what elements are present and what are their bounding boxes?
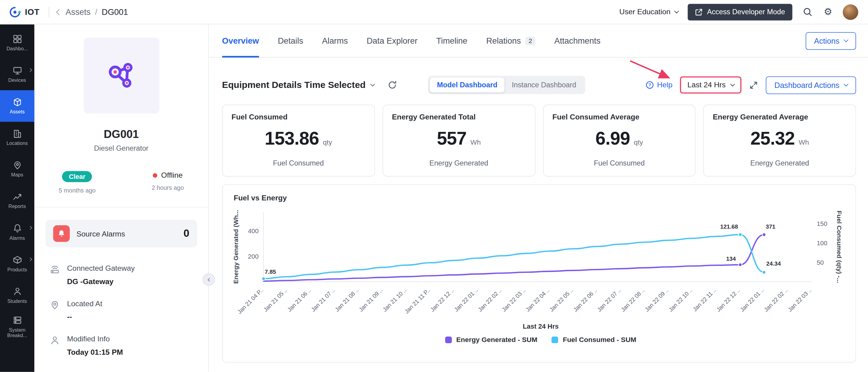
sidebar-item-locations[interactable]: Locations [0, 122, 34, 153]
tab-alarms[interactable]: Alarms [322, 24, 348, 57]
legend-energy-generated[interactable]: Energy Generated - SUM [445, 336, 537, 344]
breadcrumb-assets-link[interactable]: Assets [65, 7, 90, 17]
tab-data-explorer[interactable]: Data Explorer [367, 24, 417, 57]
svg-text:Jan 22 07 ..: Jan 22 07 .. [596, 287, 622, 313]
sidebar-item-maps[interactable]: Maps [0, 153, 34, 185]
access-developer-mode-button[interactable]: Access Developer Mode [687, 4, 792, 20]
svg-text:?: ? [648, 82, 651, 87]
logo-text: IOT [25, 7, 39, 17]
info-value: Today 01:15 PM [67, 348, 123, 356]
kpi-caption: Fuel Consumed [231, 159, 365, 167]
svg-text:200: 200 [248, 253, 259, 260]
info-label: Modified Info [67, 335, 123, 343]
chevron-left-icon [56, 9, 62, 15]
svg-text:Jan 22 03 ..: Jan 22 03 .. [501, 287, 527, 313]
sidebar-item-assets[interactable]: Assets [0, 90, 34, 122]
info-row-gateway: Connected Gateway DG -Gateway [50, 264, 197, 286]
tab-timeline[interactable]: Timeline [436, 24, 467, 57]
sidebar-item-label: Products [7, 267, 27, 273]
segment-instance-dashboard[interactable]: Instance Dashboard [505, 78, 584, 92]
kpi-unit: Wh [470, 138, 481, 146]
svg-text:50: 50 [817, 259, 824, 266]
svg-text:Jan 21 11 P..: Jan 21 11 P.. [403, 287, 431, 315]
kpi-row: Fuel Consumed 153.86qty Fuel Consumed En… [222, 104, 856, 177]
asset-status-row: Clear 5 months ago Offline 2 hours ago [45, 171, 197, 194]
sidebar-item-system-breakdown[interactable]: System Breakd... [0, 311, 34, 343]
refresh-icon [388, 80, 397, 90]
tab-relations[interactable]: Relations2 [486, 24, 535, 57]
help-link[interactable]: ? Help [645, 81, 672, 89]
kpi-value: 25.32 [750, 128, 795, 149]
tab-label: Data Explorer [367, 36, 417, 45]
sidebar-item-label: Locations [6, 141, 28, 146]
gear-icon: ⚙ [824, 7, 832, 17]
alarm-status-time: 5 months ago [59, 187, 96, 194]
sidebar-item-label: Devices [8, 77, 26, 83]
app-logo[interactable]: IOT [9, 6, 39, 18]
chevron-down-icon [731, 82, 735, 86]
tab-details[interactable]: Details [278, 24, 303, 57]
kpi-unit: Wh [799, 138, 809, 146]
tab-label: Timeline [436, 36, 467, 45]
dashboard-actions-label: Dashboard Actions [774, 81, 839, 89]
chevron-down-icon[interactable] [370, 82, 375, 86]
connectivity-status: Offline 2 hours ago [152, 171, 184, 194]
sidebar-item-devices[interactable]: Devices [0, 59, 34, 90]
svg-text:400: 400 [248, 227, 259, 235]
tabs-row: Overview Details Alarms Data Explorer Ti… [209, 24, 868, 58]
time-range-selector[interactable]: Last 24 Hrs [680, 76, 742, 94]
fuel-vs-energy-chart[interactable]: 20040050100150Energy Generated (Wh...Fue… [231, 204, 846, 322]
kpi-unit: qty [634, 138, 643, 146]
tab-label: Attachments [554, 36, 600, 45]
kpi-title: Energy Generated Average [713, 113, 846, 121]
chevron-down-icon [674, 9, 679, 13]
sidebar-item-alarms[interactable]: Alarms [0, 216, 34, 248]
tab-attachments[interactable]: Attachments [554, 24, 600, 57]
alarm-bell-icon [57, 229, 66, 238]
divider [49, 6, 49, 18]
svg-text:Jan 21 04 P..: Jan 21 04 P.. [236, 287, 265, 315]
svg-text:Jan 22 05 ..: Jan 22 05 .. [548, 287, 575, 313]
legend-swatch-fuel [552, 337, 558, 343]
dashboard-actions-button[interactable]: Dashboard Actions [766, 76, 856, 94]
org-selector-label: User Education [619, 8, 671, 16]
settings-button[interactable]: ⚙ [823, 6, 833, 18]
refresh-button[interactable] [387, 79, 398, 91]
kpi-caption: Energy Generated [713, 159, 846, 167]
info-label: Connected Gateway [67, 264, 135, 272]
search-button[interactable] [802, 6, 813, 18]
sidebar-item-students[interactable]: Students [0, 280, 34, 311]
relations-count-badge: 2 [525, 36, 536, 45]
segment-model-dashboard[interactable]: Model Dashboard [430, 78, 505, 92]
person-icon [50, 335, 60, 356]
actions-button[interactable]: Actions [806, 32, 856, 50]
fullscreen-button[interactable] [749, 81, 758, 89]
chart-x-axis-title: Last 24 Hrs [231, 322, 850, 331]
info-value: DG -Gateway [67, 277, 135, 286]
svg-text:Jan 21 05 ..: Jan 21 05 .. [262, 287, 288, 313]
svg-text:Jan 22 02 ..: Jan 22 02 .. [477, 287, 503, 313]
kpi-title: Fuel Consumed Average [552, 113, 686, 121]
gateway-icon [50, 265, 60, 286]
svg-text:Jan 22 04 ..: Jan 22 04 .. [524, 287, 551, 313]
kpi-caption: Energy Generated [392, 159, 526, 167]
sidebar-item-reports[interactable]: Reports [0, 185, 34, 216]
svg-text:134: 134 [726, 255, 736, 262]
svg-text:Jan 22 01 ..: Jan 22 01 .. [453, 287, 479, 313]
panel-collapse-button[interactable] [203, 274, 215, 286]
org-selector[interactable]: User Education [619, 8, 678, 16]
source-alarms-card[interactable]: Source Alarms 0 [45, 220, 197, 247]
back-button[interactable] [57, 7, 65, 17]
svg-text:Jan 22 02 ..: Jan 22 02 .. [763, 287, 789, 313]
main-content: Overview Details Alarms Data Explorer Ti… [209, 24, 868, 372]
locations-icon [12, 129, 22, 138]
tab-overview[interactable]: Overview [222, 24, 259, 57]
user-avatar[interactable] [843, 4, 858, 20]
breadcrumb: Assets / DG001 [65, 7, 128, 17]
sidebar-item-dashboards[interactable]: Dashbo... [0, 27, 34, 59]
alarm-status-chip[interactable]: Clear [62, 171, 92, 182]
sidebar-item-products[interactable]: Products [0, 248, 34, 280]
sidebar-item-label: Dashbo... [6, 46, 28, 52]
search-icon [803, 7, 812, 17]
legend-fuel-consumed[interactable]: Fuel Consumed - SUM [552, 336, 636, 344]
